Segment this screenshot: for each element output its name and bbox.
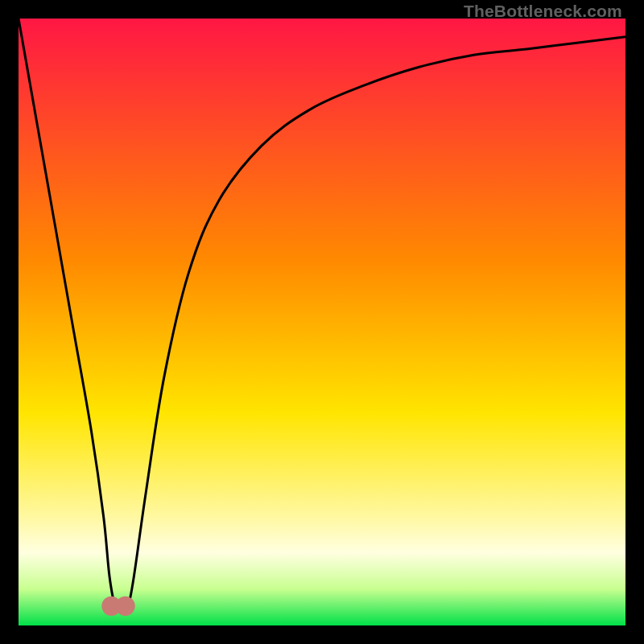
bottleneck-curve — [19, 19, 625, 609]
optimal-range-right-dot — [116, 597, 135, 616]
chart-frame — [19, 19, 625, 625]
watermark: TheBottleneck.com — [464, 2, 622, 21]
chart-svg — [19, 19, 625, 625]
